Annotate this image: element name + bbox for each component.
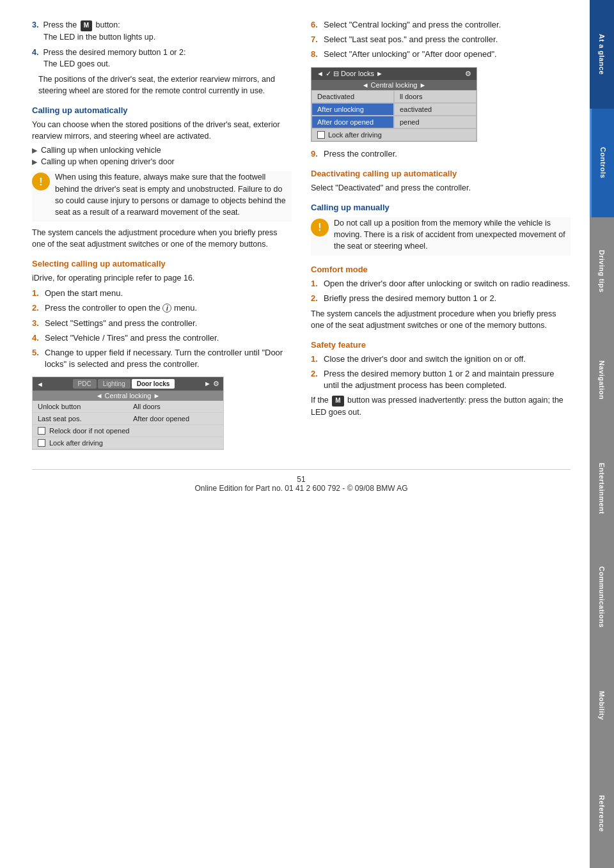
- selecting-steps: 1. Open the start menu. 2. Press the con…: [32, 288, 292, 370]
- ui2-checkbox: [317, 131, 325, 139]
- footer-text: Online Edition for Part no. 01 41 2 600 …: [194, 484, 407, 493]
- heading-selecting: Selecting calling up automatically: [32, 259, 292, 268]
- system-cancels-2: The system cancels the adjustment proced…: [311, 308, 571, 331]
- bullet-item-1: ▶ Calling up when unlocking vehicle: [32, 146, 292, 155]
- safety-step-1: 1. Close the driver's door and switch th…: [311, 353, 571, 365]
- select-step-3: 3. Select "Settings" and press the contr…: [32, 318, 292, 329]
- bullet-list: ▶ Calling up when unlocking vehicle ▶ Ca…: [32, 146, 292, 166]
- page-footer: 51 Online Edition for Part no. 01 41 2 6…: [32, 469, 571, 493]
- sidebar: At a glance Controls Driving tips Naviga…: [590, 0, 614, 868]
- ui-row-2: Last seat pos. After door opened: [33, 413, 223, 425]
- warning-icon-1: !: [32, 173, 50, 190]
- bullet-item-2: ▶ Calling up when opening driver's door: [32, 157, 292, 166]
- m-button-safety: M: [332, 396, 343, 407]
- ui-cell-2-2: After door opened: [128, 413, 223, 424]
- ui2-sub: ◄ Central locking ►: [311, 80, 476, 90]
- ui-header-2: ◄ ✓ ⊟ Door locks ► ⚙: [311, 68, 476, 80]
- select-step-2: 2. Press the controller to open the i me…: [32, 302, 292, 314]
- select-step-4: 4. Select "Vehicle / Tires" and press th…: [32, 332, 292, 344]
- ui-screenshot-1: ◄ PDC Lighting Door locks ► ⚙ ◄ Central …: [32, 376, 224, 450]
- idrive-ref: iDrive, for operating principle refer to…: [32, 272, 292, 284]
- ui2-checkbox-label: Lock after driving: [328, 131, 382, 139]
- tab-door-locks: Door locks: [132, 379, 175, 389]
- calling-up-body: You can choose when the stored positions…: [32, 119, 292, 142]
- comfort-step-1: 1. Open the driver's door after unlockin…: [311, 278, 571, 290]
- m-button-inline: M: [81, 20, 92, 31]
- ui-tabs: PDC Lighting Door locks: [73, 379, 175, 389]
- sidebar-tab-controls[interactable]: Controls: [590, 109, 614, 217]
- comfort-steps: 1. Open the driver's door after unlockin…: [311, 278, 571, 304]
- step4-sub: The LED goes out.: [32, 59, 110, 68]
- ui-header-1: ◄ PDC Lighting Door locks ► ⚙: [33, 377, 223, 391]
- tab-lighting: Lighting: [98, 379, 130, 389]
- ui-screenshot-2: ◄ ✓ ⊟ Door locks ► ⚙ ◄ Central locking ►…: [311, 67, 477, 142]
- warning-box-manual: ! Do not call up a position from the mem…: [311, 217, 571, 256]
- ui2-row-1: Deactivated ll doors: [311, 90, 476, 103]
- ui-subheader-1: ◄ Central locking ►: [33, 391, 223, 401]
- heading-calling-manually: Calling up manually: [311, 203, 571, 212]
- right-steps-top: 6. Select "Central locking" and press th…: [311, 19, 571, 61]
- right-step-6: 6. Select "Central locking" and press th…: [311, 19, 571, 31]
- ui2-settings-icon: ⚙: [465, 70, 471, 78]
- ui2-cell-1-1: Deactivated: [311, 90, 394, 103]
- sidebar-tab-at-a-glance[interactable]: At a glance: [590, 0, 614, 109]
- warning-icon-manual: !: [311, 219, 329, 236]
- checkbox-label-1: Relock door if not opened: [49, 427, 129, 435]
- heading-comfort: Comfort mode: [311, 265, 571, 274]
- ui-cell-2-1: Last seat pos.: [33, 413, 128, 424]
- warning-manual-text: Do not call up a position from the memor…: [334, 217, 571, 252]
- heading-calling-up: Calling up automatically: [32, 105, 292, 115]
- ui-arrow-left: ◄: [36, 380, 43, 388]
- page-number: 51: [297, 475, 305, 484]
- system-cancels: The system cancels the adjustment proced…: [32, 227, 292, 250]
- bullet-arrow-2: ▶: [32, 158, 37, 166]
- bullet-arrow-1: ▶: [32, 146, 37, 155]
- right-step-9: 9. Press the controller.: [311, 148, 571, 160]
- right-step-8: 8. Select "After unlocking" or "After do…: [311, 49, 571, 60]
- right-step-7: 7. Select "Last seat pos." and press the…: [311, 34, 571, 45]
- ui2-cell-3-1: After door opened: [311, 116, 394, 128]
- ui2-row-2: After unlocking eactivated: [311, 103, 476, 116]
- right-column: 6. Select "Central locking" and press th…: [311, 19, 571, 456]
- ui2-row-3: After door opened pened: [311, 116, 476, 128]
- safety-step-2: 2. Press the desired memory button 1 or …: [311, 368, 571, 391]
- heading-deactivating: Deactivating calling up automatically: [311, 169, 571, 178]
- step3-text: Press the: [43, 20, 77, 29]
- step4-num: 4.: [32, 48, 38, 57]
- ui-row-1: Unlock button All doors: [33, 401, 223, 413]
- step-4: 4. Press the desired memory button 1 or …: [32, 47, 292, 97]
- ui2-cell-2-2: eactivated: [394, 103, 476, 116]
- ui2-cell-1-2: ll doors: [394, 90, 476, 103]
- sidebar-tab-entertainment[interactable]: Entertainment: [590, 434, 614, 543]
- ui-checkbox-row-2: Lock after driving: [33, 437, 223, 449]
- sidebar-tab-reference[interactable]: Reference: [590, 759, 614, 868]
- ui2-cell-2-1: After unlocking: [311, 103, 394, 116]
- ui-arrow-right: ► ⚙: [204, 380, 219, 388]
- ui-checkbox-2: [38, 439, 45, 447]
- ui-checkbox-row-1: Relock door if not opened: [33, 425, 223, 437]
- heading-safety: Safety feature: [311, 340, 571, 350]
- safety-body: If the M button was pressed inadvertentl…: [311, 394, 571, 418]
- step3-sub: The LED in the button lights up.: [32, 33, 155, 42]
- select-step-5: 5. Change to upper field if necessary. T…: [32, 347, 292, 370]
- sidebar-tab-navigation[interactable]: Navigation: [590, 325, 614, 434]
- two-column-layout: 3. Press the M button: The LED in the bu…: [32, 19, 571, 456]
- ui2-checkbox-row: Lock after driving: [311, 128, 476, 141]
- sidebar-tab-mobility[interactable]: Mobility: [590, 651, 614, 760]
- warning-text: When using this feature, always make sur…: [55, 171, 292, 218]
- i-icon: i: [162, 304, 171, 313]
- sidebar-tab-communications[interactable]: Communications: [590, 543, 614, 651]
- ui2-header-text: ◄ ✓ ⊟ Door locks ►: [317, 70, 383, 78]
- step-3: 3. Press the M button: The LED in the bu…: [32, 19, 292, 43]
- ui2-cell-3-2: pened: [394, 116, 476, 128]
- ui-cell-1-2: All doors: [128, 401, 223, 412]
- main-content: 3. Press the M button: The LED in the bu…: [0, 0, 590, 506]
- ui-checkbox-1: [38, 427, 45, 435]
- ui-cell-1-1: Unlock button: [33, 401, 128, 412]
- left-column: 3. Press the M button: The LED in the bu…: [32, 19, 292, 456]
- tab-pdc: PDC: [73, 379, 97, 389]
- checkbox-label-2: Lock after driving: [49, 439, 103, 447]
- comfort-step-2: 2. Briefly press the desired memory butt…: [311, 293, 571, 304]
- step4-body: The positions of the driver's seat, the …: [32, 74, 292, 97]
- sidebar-tab-driving-tips[interactable]: Driving tips: [590, 217, 614, 326]
